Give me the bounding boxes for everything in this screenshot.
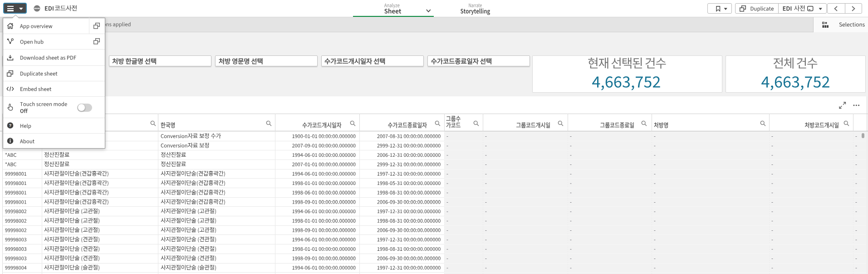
svg-text:?: ? bbox=[9, 123, 12, 128]
